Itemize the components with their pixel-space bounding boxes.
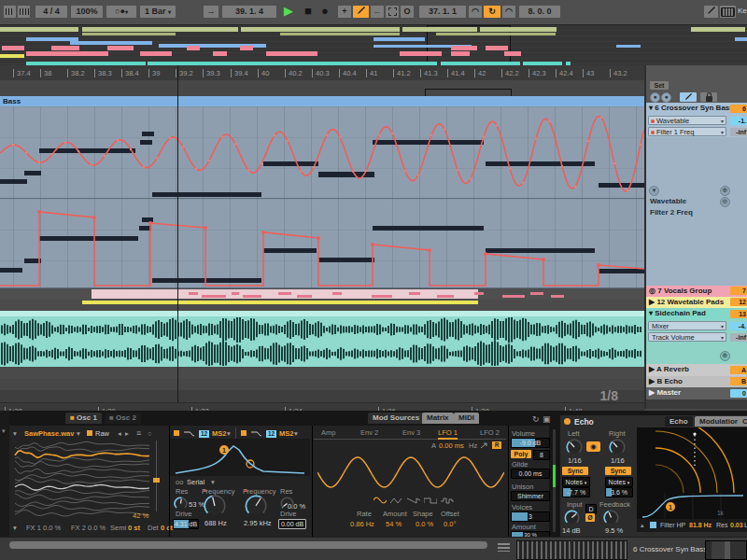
tab-matrix[interactable]: Matrix	[422, 413, 454, 424]
tab-modulation[interactable]: Modulation	[695, 416, 744, 427]
subtab-lfo2[interactable]: LFO 2	[480, 427, 500, 438]
track-header-master[interactable]: ▶ Master 0	[646, 387, 747, 399]
echo-left-mode-menu[interactable]: Notes ▾	[562, 477, 590, 487]
lock-envelopes-button[interactable]	[700, 92, 717, 102]
poly-button[interactable]: Poly	[511, 450, 531, 458]
voices-value[interactable]: 3	[511, 511, 550, 522]
midi-overdub-button[interactable]: O	[401, 6, 414, 18]
punch-region-button[interactable]	[386, 6, 399, 18]
lfo-shape-square-icon[interactable]	[424, 497, 437, 505]
echo-right-mode-menu[interactable]: Notes ▾	[605, 477, 633, 487]
list-view-icon[interactable]: ≡	[136, 428, 141, 438]
stop-button[interactable]: ■	[301, 3, 316, 20]
lfo-shape-random-icon[interactable]	[441, 497, 454, 505]
unfold-icon[interactable]: ▾	[649, 104, 653, 112]
next-marker-button[interactable]: ●	[661, 92, 671, 103]
track-volume-badge[interactable]: -4.	[730, 322, 747, 330]
freq1-value[interactable]: 688 Hz	[204, 519, 227, 527]
device-on-toggle[interactable]	[564, 418, 571, 425]
filter2-freq-automation-curve[interactable]	[0, 199, 644, 287]
filter2-type-icon[interactable]	[250, 429, 263, 438]
overdub-button[interactable]: +	[338, 6, 351, 18]
res1-value[interactable]: 53 %	[189, 500, 204, 509]
fold-icon[interactable]: ▴	[641, 522, 644, 529]
track-lane-wavetable-pads[interactable]	[0, 300, 644, 311]
quantize-menu[interactable]: 1 Bar ▾	[140, 6, 176, 18]
device-chain-thumbnail[interactable]	[572, 540, 627, 560]
groove-amount[interactable]: 100%	[71, 6, 103, 18]
metronome-button[interactable]: ○●▾	[106, 6, 136, 18]
stereo-link-button[interactable]: ◉	[586, 441, 600, 452]
automation-lane-filter2-freq[interactable]	[0, 199, 644, 288]
scrub-area[interactable]	[0, 80, 644, 97]
unfold-icon[interactable]: ▾	[649, 309, 653, 317]
add-lane-button[interactable]: ⊕	[720, 351, 730, 361]
poly-voices-menu[interactable]: 8	[533, 450, 550, 460]
wav-prev-icon[interactable]: ▾	[13, 429, 17, 438]
hot-swap-icon[interactable]: ↻	[532, 414, 540, 424]
filter2-slope-badge[interactable]: 12	[266, 430, 276, 438]
record-button[interactable]: ●	[317, 3, 332, 20]
offset-value[interactable]: 0.0°	[444, 520, 456, 528]
lfo-shape-saw-icon[interactable]	[407, 497, 420, 505]
param-chooser[interactable]: Track Volume▾	[648, 332, 726, 342]
tab-osc1[interactable]: ■ Osc 1	[65, 413, 102, 424]
punch-in-button[interactable]: ◠	[469, 6, 482, 18]
echo-left-division[interactable]: 1/16	[568, 456, 582, 465]
group-icon[interactable]: ◎	[649, 287, 655, 295]
key-map-button[interactable]: Key	[738, 7, 747, 15]
track-lane-return-a[interactable]	[0, 367, 644, 380]
fold-icon[interactable]: ▶	[649, 365, 655, 373]
osc-fold-icon[interactable]: ▾	[13, 524, 17, 532]
vocals-clip[interactable]	[92, 289, 478, 299]
echo-feedback-knob[interactable]	[603, 510, 619, 525]
osc-effect-mode[interactable]: Raw	[95, 429, 109, 438]
filter1-toggle[interactable]	[174, 430, 179, 436]
echo-input-knob[interactable]	[564, 510, 580, 525]
lfo-waveform-display[interactable]	[317, 452, 504, 493]
next-wave-icon[interactable]: ▸	[125, 429, 129, 438]
osc-effect-toggle[interactable]	[87, 430, 92, 436]
filter-response-display[interactable]: 1	[172, 439, 308, 476]
pads-clip[interactable]	[82, 301, 478, 304]
time-signature[interactable]: 4 / 4	[35, 6, 67, 18]
fold-icon[interactable]: ▶	[649, 388, 655, 397]
lfo-retrig-badge[interactable]: R	[492, 441, 501, 449]
filter2-circuit[interactable]: MS2	[279, 429, 293, 438]
filter-res-value[interactable]: 0.03	[730, 522, 743, 528]
playhead[interactable]	[177, 65, 178, 402]
subtab-lfo1[interactable]: LFO 1	[438, 427, 458, 440]
lfo-shape-triangle-icon[interactable]	[390, 497, 403, 505]
track-header-return-a[interactable]: ▶ A Reverb A	[646, 364, 747, 377]
fx1-value[interactable]: 0.0 %	[43, 524, 61, 532]
follow-button[interactable]: →	[204, 6, 218, 18]
tab-echo[interactable]: Echo	[665, 416, 693, 427]
filter-routing[interactable]: Serial	[187, 478, 204, 486]
device-chooser[interactable]: Mixer▾	[648, 321, 726, 330]
echo-input-value[interactable]: 14 dB	[562, 526, 581, 535]
tab-osc2[interactable]: ■ Osc 2	[105, 413, 141, 424]
linear-view-icon[interactable]: ○	[148, 429, 152, 438]
semi-value[interactable]: 0 st	[128, 524, 140, 532]
fold-lane-button[interactable]: ▾	[649, 186, 659, 196]
detune-value[interactable]: 0 ct	[161, 524, 173, 532]
chevron-down-icon[interactable]: ▾	[211, 478, 215, 486]
chevron-down-icon[interactable]: ▾	[77, 429, 80, 438]
arrangement-position[interactable]: 39. 1. 4	[222, 6, 276, 18]
wavetable-name[interactable]: SawPhase.wav	[24, 429, 74, 438]
add-lane-button[interactable]: ⊕	[720, 186, 730, 196]
prev-marker-button[interactable]: ●	[650, 92, 660, 103]
subtab-env2[interactable]: Env 2	[360, 427, 378, 438]
chevron-down-icon[interactable]: ▾	[294, 429, 298, 438]
shape-value[interactable]: 0.0 %	[416, 520, 433, 528]
amount-value[interactable]: 54 %	[386, 520, 402, 528]
set-button[interactable]: Set	[650, 81, 669, 90]
volume-value[interactable]: -9.0 dB	[511, 438, 550, 448]
wave-position-slider-track[interactable]	[156, 441, 157, 511]
fold-icon[interactable]: ▶	[649, 298, 655, 306]
draw-automation-button[interactable]	[680, 92, 697, 102]
echo-feedback-value[interactable]: 9.5 %	[605, 526, 623, 535]
subtab-env3[interactable]: Env 3	[402, 427, 420, 438]
subtab-amp[interactable]: Amp	[321, 427, 335, 438]
horizontal-scrollbar[interactable]	[9, 541, 487, 549]
